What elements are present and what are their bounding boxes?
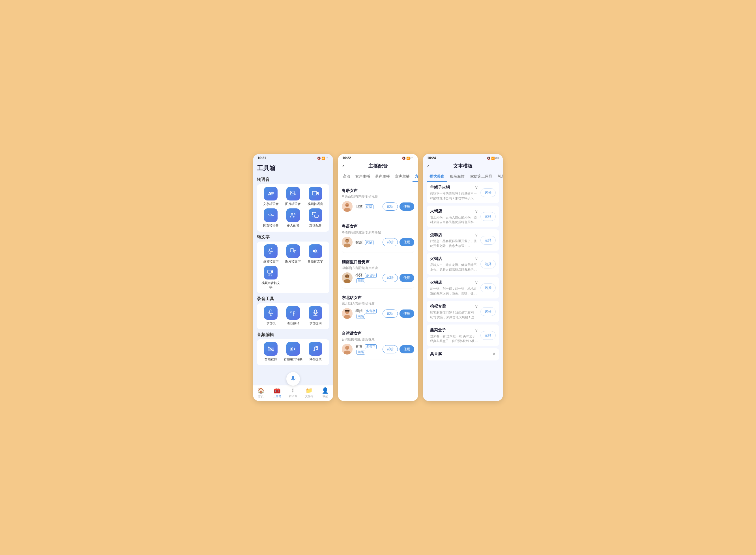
svg-point-5: [291, 213, 293, 215]
tts-grid: A 文字转语音: [260, 187, 326, 228]
record-text-icon: T: [264, 244, 278, 258]
listen-btn-4[interactable]: 试听: [382, 309, 398, 318]
nav-tts[interactable]: 🎙 转语音: [285, 387, 301, 398]
status-bar-1: 10:21 🔇 📶 81: [253, 154, 333, 161]
svg-text:语: 语: [290, 311, 292, 313]
tool-audio-text[interactable]: T 音频转文字: [305, 244, 326, 264]
tab-hd[interactable]: 高清: [341, 172, 352, 182]
status-icons-2: 🔇 📶 81: [402, 157, 414, 160]
select-btn-4[interactable]: 选择: [480, 260, 496, 268]
template-desc-5: 刘一锅，刘一锅，刘一锅，地地道道的关东火锅，绿色、美味、健康，汤鲜肉...: [430, 286, 478, 296]
svg-rect-12: [290, 249, 294, 252]
tool-web-tts[interactable]: </> 网页转语音: [260, 208, 282, 228]
select-btn-7[interactable]: 选择: [480, 331, 496, 340]
select-btn-1[interactable]: 选择: [480, 188, 496, 197]
template-content-6: 枸杞专卖 ∨ 顾客朋友你们好！我们是宁夏'枸杞'专卖店，来到贵地大展销！这里有；…: [430, 304, 478, 319]
tool-audio-text-label: 音频转文字: [308, 259, 323, 264]
tool-video-tts[interactable]: 视频转语音: [305, 187, 326, 206]
voice-avatar-3: [342, 272, 352, 283]
tool-multi-voice[interactable]: 多人配音: [283, 208, 304, 228]
tool-translate[interactable]: 语 A 语音翻译: [283, 306, 304, 325]
listen-btn-3[interactable]: 试听: [382, 274, 398, 282]
tab-child[interactable]: 童声主播: [393, 172, 412, 182]
expand-icon-2[interactable]: ∨: [475, 208, 478, 214]
select-btn-2[interactable]: 选择: [480, 212, 496, 221]
template-title-row-4: 火锅店 ∨: [430, 256, 478, 261]
tool-record-text[interactable]: T 录音转文字: [260, 244, 282, 264]
svg-point-46: [346, 311, 346, 312]
use-btn-4[interactable]: 使用: [399, 309, 414, 318]
tool-text-tts[interactable]: A 文字转语音: [260, 187, 282, 206]
tool-image-tts[interactable]: 图片转语音: [283, 187, 304, 206]
cat-fashion[interactable]: 服装服饰: [447, 172, 467, 182]
select-btn-5[interactable]: 选择: [480, 284, 496, 292]
template-content-4: 火锅店 ∨ 品味人生、味在龙腾。健康美味不上火。龙腾火锅高馥店以典雅的风格久吃.…: [430, 256, 478, 272]
use-btn-5[interactable]: 使用: [399, 345, 414, 353]
tool-audio-convert[interactable]: 音频格式转换: [283, 342, 304, 361]
template-title-row-1: 羊蝎子火锅 ∨: [430, 185, 478, 190]
tool-recorder[interactable]: 录音机: [260, 306, 282, 325]
record-grid: 录音机 语 A 语音翻译: [260, 306, 326, 325]
template-content-7: 韭菜盒子 ∨ 过来看一看 过来瞧一瞧 美味盒子 经典韭菜盒子一份只要5块钱 5块…: [430, 327, 478, 343]
svg-text:A: A: [294, 311, 295, 313]
files-icon: 📁: [305, 387, 313, 394]
voice-tag-3b: 间隔: [357, 279, 365, 283]
expand-icon-7[interactable]: ∨: [475, 327, 478, 333]
voice-card-5: 台湾话女声 台湾腔|影视配音|短视频 青青 多音字间隔: [342, 325, 414, 360]
back-button-3[interactable]: ‹: [427, 163, 429, 169]
signal-icon-3: 🔇: [487, 157, 490, 160]
tab-male[interactable]: 男声主播: [373, 172, 392, 182]
template-item-5: 火锅店 ∨ 刘一锅，刘一锅，刘一锅，地地道道的关东火锅，绿色、美味、健康，汤鲜肉…: [427, 277, 499, 298]
nav-files[interactable]: 📁 文件库: [301, 387, 317, 398]
extract-bgm-icon: [309, 342, 322, 356]
voice-info-3: 小泽 多音字间隔: [356, 272, 380, 283]
svg-rect-24: [314, 315, 318, 316]
prompt-icon: [309, 306, 322, 320]
voice-btns-4: 试听 使用: [382, 309, 414, 318]
voice-subtitle-1: 粤语白话|有声阅读|短视频: [342, 195, 414, 199]
expand-icon-6[interactable]: ∨: [475, 304, 478, 309]
svg-rect-22: [314, 310, 317, 313]
voice-header-5: 青青 多音字间隔 试听 使用: [342, 344, 414, 354]
tool-image-text[interactable]: T 图片转文字: [283, 244, 304, 264]
use-btn-1[interactable]: 使用: [399, 203, 414, 211]
back-button[interactable]: ‹: [342, 163, 344, 169]
tool-prompt[interactable]: 录音提词: [305, 306, 326, 325]
section-record-title: 录音工具: [257, 296, 329, 302]
listen-btn-2[interactable]: 试听: [382, 238, 398, 246]
tab-dialect[interactable]: 方言主播: [413, 172, 418, 182]
tool-audio-cut[interactable]: 音频裁剪: [260, 342, 282, 361]
svg-text:文字: 文字: [268, 273, 273, 276]
expand-icon-1[interactable]: ∨: [475, 185, 478, 190]
expand-icon-5[interactable]: ∨: [475, 280, 478, 285]
select-btn-3[interactable]: 选择: [480, 236, 496, 245]
voice-tag-1a: 间隔: [365, 205, 374, 209]
cat-gift[interactable]: 礼品玩具: [495, 172, 503, 182]
voice-section-1: 粤语女声: [342, 185, 414, 195]
tool-video-text[interactable]: 文字 视频声音转文字: [260, 266, 282, 289]
nav-home[interactable]: 🏠 首页: [253, 387, 269, 398]
use-btn-3[interactable]: 使用: [399, 274, 414, 282]
nav-mine[interactable]: 👤 我的: [317, 387, 333, 398]
tool-extract-bgm[interactable]: 伴奏提取: [305, 342, 326, 361]
mic-fab[interactable]: [286, 372, 300, 386]
expand-icon-4[interactable]: ∨: [475, 256, 478, 261]
tab-female[interactable]: 女声主播: [353, 172, 372, 182]
voice-section-5: 台湾话女声: [342, 328, 414, 337]
listen-btn-1[interactable]: 试听: [382, 203, 398, 211]
nav-toolbox[interactable]: 🧰 工具箱: [269, 387, 285, 398]
expand-icon-8[interactable]: ∨: [492, 351, 496, 356]
listen-btn-5[interactable]: 试听: [382, 345, 398, 353]
template-desc-2: 老土火锅，云南人自己的火锅，选材来自云南各民族优质特色原料，普洱茶与...: [430, 215, 478, 224]
tool-record-text-label: 录音转文字: [263, 259, 279, 264]
cat-home[interactable]: 家纺床上用品: [467, 172, 495, 182]
cat-food[interactable]: 餐饮美食: [427, 172, 447, 182]
voice-name-4: 翠姐 多音字间隔: [356, 309, 377, 318]
use-btn-2[interactable]: 使用: [399, 238, 414, 246]
voice-tag-3a: 多音字: [365, 273, 377, 278]
select-btn-6[interactable]: 选择: [480, 307, 496, 316]
wifi-icon-2: 📶: [406, 157, 410, 160]
expand-icon-3[interactable]: ∨: [475, 232, 478, 238]
audio-text-icon: T: [309, 244, 322, 258]
tool-dialog-voice[interactable]: 对话配音: [305, 208, 326, 228]
